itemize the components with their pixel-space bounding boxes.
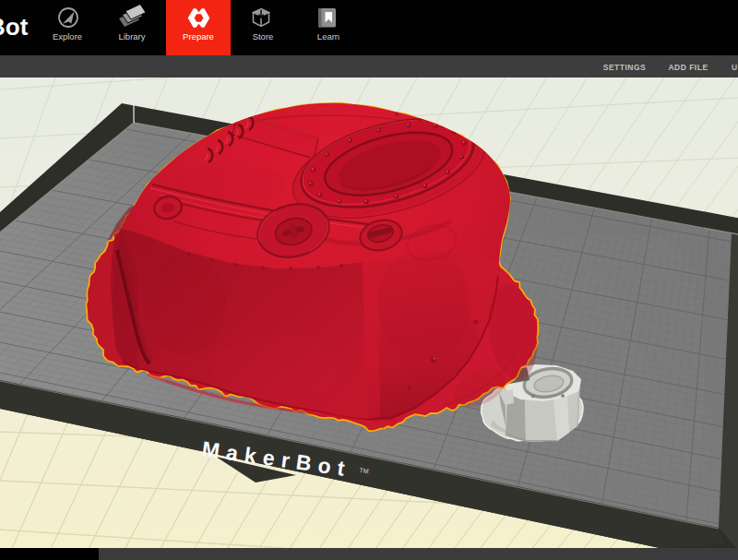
svg-text:SETTINGS: SETTINGS	[603, 63, 647, 72]
svg-text:ADD FILE: ADD FILE	[668, 63, 708, 72]
svg-text:UN: UN	[732, 63, 738, 72]
svg-text:Library: Library	[118, 31, 145, 42]
svg-text:Store: Store	[253, 31, 274, 42]
svg-text:Learn: Learn	[317, 31, 339, 42]
svg-text:Explore: Explore	[53, 31, 82, 42]
svg-text:TM: TM	[359, 467, 369, 474]
svg-text:Prepare: Prepare	[183, 31, 214, 42]
svg-text:Bot: Bot	[0, 13, 29, 41]
